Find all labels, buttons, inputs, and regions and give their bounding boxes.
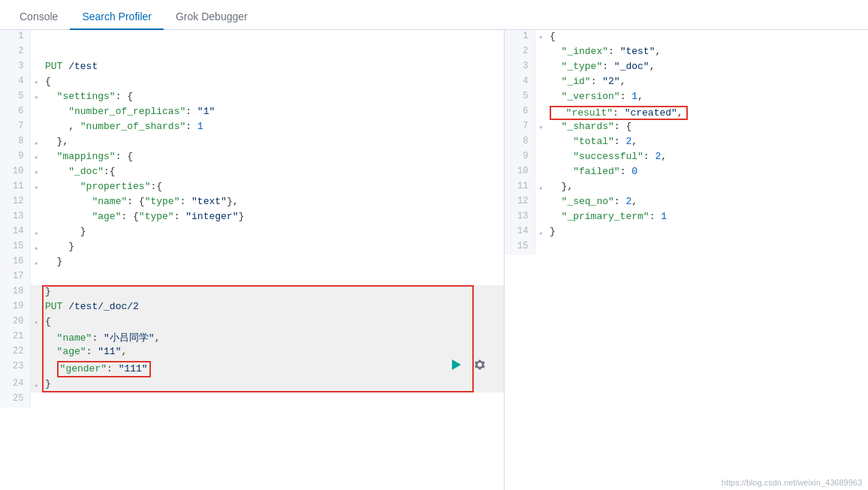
code-line[interactable]: "_doc":{ [42, 165, 504, 180]
fold-indicator[interactable]: ▾ [30, 150, 42, 165]
fold-indicator[interactable] [535, 45, 547, 60]
table-row: 19PUT /test/_doc/2 [0, 300, 504, 315]
fold-indicator[interactable] [30, 270, 42, 285]
fold-indicator[interactable]: ▴ [30, 225, 42, 240]
fold-indicator[interactable] [30, 360, 42, 377]
tab-console[interactable]: Console [8, 5, 70, 30]
code-line[interactable]: "number_of_replicas": "1" [42, 105, 504, 120]
fold-indicator[interactable] [535, 105, 547, 120]
fold-indicator[interactable]: ▾ [535, 30, 547, 45]
response-line[interactable]: "_primary_term": 1 [547, 210, 868, 225]
response-line[interactable]: } [547, 225, 868, 240]
response-line[interactable]: "_type": "_doc", [547, 60, 868, 75]
fold-indicator[interactable] [30, 392, 42, 407]
table-row: 2 [0, 45, 504, 60]
fold-indicator[interactable]: ▾ [30, 180, 42, 195]
fold-indicator[interactable] [535, 75, 547, 90]
fold-indicator[interactable]: ▾ [30, 315, 42, 330]
line-number: 14 [0, 225, 30, 240]
response-line[interactable]: "_shards": { [547, 120, 868, 135]
code-line[interactable]: } [42, 255, 504, 270]
code-line[interactable] [42, 30, 504, 45]
code-line[interactable]: PUT /test/_doc/2 [42, 300, 504, 315]
tab-search-profiler[interactable]: Search Profiler [70, 5, 164, 30]
left-code-area[interactable]: 1 2 3PUT /test4▾{5▾ "settings": {6 "numb… [0, 30, 504, 407]
code-line[interactable]: }, [42, 135, 504, 150]
response-line[interactable]: "result": "created", [547, 105, 868, 120]
fold-indicator[interactable]: ▴ [30, 255, 42, 270]
table-row: 3PUT /test [0, 60, 504, 75]
table-row: 16▴ } [0, 255, 504, 270]
fold-indicator[interactable]: ▾ [30, 75, 42, 90]
fold-indicator[interactable]: ▴ [535, 180, 547, 195]
code-line[interactable]: "age": {"type": "integer"} [42, 210, 504, 225]
code-line[interactable]: "name": "小吕同学", [42, 330, 504, 345]
table-row: 10 "failed": 0 [505, 165, 868, 180]
code-line[interactable]: { [42, 315, 504, 330]
fold-indicator[interactable]: ▴ [30, 377, 42, 392]
fold-indicator[interactable] [535, 90, 547, 105]
fold-indicator[interactable] [30, 30, 42, 45]
code-line[interactable]: { [42, 75, 504, 90]
fold-indicator[interactable]: ▴ [535, 225, 547, 240]
fold-indicator[interactable] [30, 120, 42, 135]
response-line[interactable]: "_index": "test", [547, 45, 868, 60]
table-row: 12 "_seq_no": 2, [505, 195, 868, 210]
response-line[interactable]: }, [547, 180, 868, 195]
table-row: 12 "name": {"type": "text"}, [0, 195, 504, 210]
fold-indicator[interactable]: ▴ [30, 240, 42, 255]
fold-indicator[interactable]: ▴ [30, 135, 42, 150]
response-line[interactable]: "_version": 1, [547, 90, 868, 105]
code-line[interactable] [42, 45, 504, 60]
code-line[interactable]: "properties":{ [42, 180, 504, 195]
response-line[interactable]: "_seq_no": 2, [547, 195, 868, 210]
table-row: 14▴ } [0, 225, 504, 240]
line-number: 18 [0, 285, 30, 300]
code-line[interactable] [42, 270, 504, 285]
code-line[interactable]: } [42, 285, 504, 300]
fold-indicator[interactable] [535, 150, 547, 165]
fold-indicator[interactable] [535, 135, 547, 150]
fold-indicator[interactable] [30, 210, 42, 225]
fold-indicator[interactable] [535, 195, 547, 210]
line-number: 5 [505, 90, 535, 105]
fold-indicator[interactable] [535, 210, 547, 225]
fold-indicator[interactable]: ▾ [30, 165, 42, 180]
fold-indicator[interactable] [535, 240, 547, 255]
fold-indicator[interactable] [535, 60, 547, 75]
fold-indicator[interactable] [535, 165, 547, 180]
tab-grok-debugger[interactable]: Grok Debugger [164, 5, 260, 30]
fold-indicator[interactable] [30, 60, 42, 75]
response-line[interactable]: "successful": 2, [547, 150, 868, 165]
line-number: 17 [0, 270, 30, 285]
response-line[interactable] [547, 240, 868, 255]
fold-indicator[interactable]: ▾ [535, 120, 547, 135]
code-line[interactable]: } [42, 377, 504, 392]
response-area[interactable]: 1▾{2 "_index": "test",3 "_type": "_doc",… [505, 30, 868, 490]
code-line[interactable]: "name": {"type": "text"}, [42, 195, 504, 210]
fold-indicator[interactable] [30, 285, 42, 300]
code-line[interactable]: "age": "11", [42, 345, 504, 360]
response-line[interactable]: "failed": 0 [547, 165, 868, 180]
fold-indicator[interactable] [30, 45, 42, 60]
response-line[interactable]: "total": 2, [547, 135, 868, 150]
code-line[interactable]: "gender": "111" [42, 360, 504, 377]
code-line[interactable] [42, 392, 504, 407]
response-line[interactable]: "_id": "2", [547, 75, 868, 90]
code-line[interactable]: } [42, 240, 504, 255]
code-line[interactable]: "mappings": { [42, 150, 504, 165]
fold-indicator[interactable] [30, 300, 42, 315]
fold-indicator[interactable] [30, 105, 42, 120]
settings-button[interactable] [471, 356, 489, 374]
code-line[interactable]: , "number_of_shards": 1 [42, 120, 504, 135]
line-number: 11 [505, 180, 535, 195]
code-line[interactable]: PUT /test [42, 60, 504, 75]
code-line[interactable]: "settings": { [42, 90, 504, 105]
fold-indicator[interactable] [30, 345, 42, 360]
run-button[interactable] [447, 356, 465, 374]
fold-indicator[interactable] [30, 330, 42, 345]
fold-indicator[interactable]: ▾ [30, 90, 42, 105]
fold-indicator[interactable] [30, 195, 42, 210]
response-line[interactable]: { [547, 30, 868, 45]
code-line[interactable]: } [42, 225, 504, 240]
